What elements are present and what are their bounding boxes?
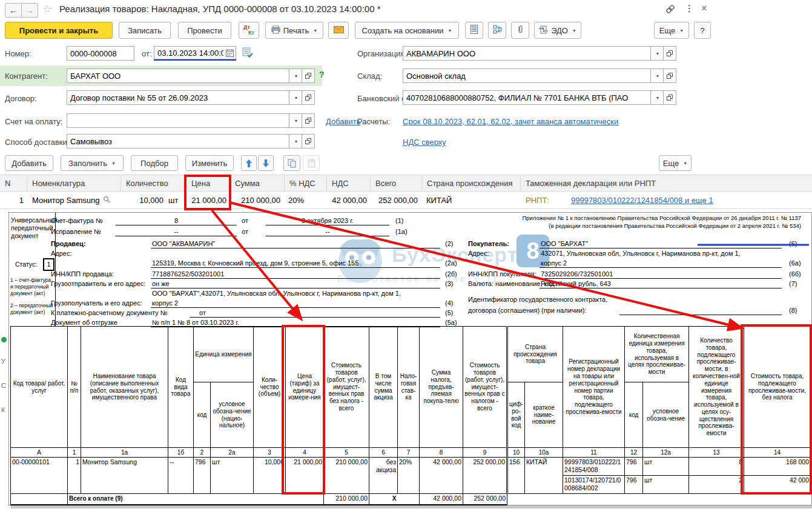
cell-n[interactable]: 1	[0, 192, 27, 208]
more-button[interactable]: Еще ▼	[654, 22, 689, 39]
lookup-magnifier-icon[interactable]	[103, 196, 110, 205]
col-header-vat-rate[interactable]: % НДС	[285, 175, 327, 191]
organization-dropdown-icon[interactable]: ▼	[651, 46, 664, 61]
cell-sum[interactable]: 210 000,00	[230, 192, 285, 208]
vat-mode-link[interactable]: НДС сверху	[403, 138, 446, 147]
col-header-total[interactable]: Всего	[371, 175, 422, 191]
upd-header-npp: № п/п	[68, 327, 81, 448]
col-header-qty[interactable]: Количество	[121, 175, 186, 191]
attachments-button[interactable]	[511, 22, 529, 39]
help-button[interactable]: ?	[694, 22, 711, 39]
bank-account-dropdown-icon[interactable]: ▼	[651, 90, 664, 105]
upd-header-trace-qty: Количество товара, подлежащего прослежив…	[689, 327, 744, 448]
invoice-date-value: 3 октября 2023 г.	[266, 217, 389, 225]
cell-total[interactable]: 252 000,00	[371, 192, 422, 208]
organization-input[interactable]: АКВАМАРИН ООО	[403, 46, 651, 61]
dt-kt-button[interactable]: Дт Кт	[239, 22, 259, 39]
delivery-open-icon[interactable]	[302, 134, 315, 148]
get-link-icon[interactable]	[665, 4, 676, 17]
document-structure-button[interactable]	[488, 22, 506, 39]
nav-history-group: ← →	[5, 3, 38, 18]
bank-account-input[interactable]: 40702810688000880752, ФИЛИАЛ № 7701 БАНК…	[403, 90, 651, 105]
cell-vat[interactable]: 42 000,00	[327, 192, 371, 208]
col-header-customs[interactable]: Таможенная декларация или РНПТ	[521, 175, 812, 191]
cell-customs[interactable]: РНПТ: 99997803/010222/1241854/008 и еще …	[521, 192, 812, 208]
buyer-value: ООО "БАРХАТ"	[540, 240, 782, 248]
save-button[interactable]: Записать	[119, 22, 171, 39]
nomenclature-value: Монитор Samsung	[32, 196, 99, 205]
create-based-on-button[interactable]: Создать на основании ▼	[355, 22, 459, 39]
cell-vat-rate[interactable]: 20%	[285, 192, 327, 208]
upd-header-country-code: циф-ро-вой код	[507, 382, 525, 448]
print-button[interactable]: Печать ▼	[265, 22, 323, 39]
edo-button[interactable]: ЭДО ▼	[534, 22, 581, 39]
paste-rows-button[interactable]	[303, 155, 320, 171]
move-down-button[interactable]	[258, 155, 274, 171]
post-and-close-button[interactable]: Провести и закрыть	[5, 22, 113, 39]
send-email-button[interactable]	[328, 22, 349, 39]
col-header-price[interactable]: Цена	[186, 175, 230, 191]
payment-invoice-open-icon[interactable]	[302, 113, 315, 128]
window-menu-icon[interactable]: ⋮	[685, 3, 694, 14]
upd-cell-kind: --	[168, 458, 194, 494]
cell-qty[interactable]: 10,000 шт	[121, 192, 186, 208]
payment-invoice-dropdown-icon[interactable]: ▼	[289, 113, 302, 128]
forward-button[interactable]: →	[22, 3, 38, 18]
items-more-button[interactable]: Еще▼	[659, 155, 692, 171]
col-header-country[interactable]: Страна происхождения	[422, 175, 521, 191]
items-table-row[interactable]: 1 Монитор Samsung 10,000 шт 21 000,00 21…	[0, 192, 812, 209]
preview-shadow	[11, 505, 812, 508]
col-header-sum[interactable]: Сумма	[230, 175, 285, 191]
date-input[interactable]: 03.10.2023 14:00:00	[154, 46, 223, 59]
back-button[interactable]: ←	[5, 3, 22, 18]
report-icon	[470, 25, 478, 36]
number-label: Номер:	[5, 49, 31, 58]
rnpt-link[interactable]: 99997803/010222/1241854/008 и еще 1	[571, 196, 713, 205]
cell-nomenclature[interactable]: Монитор Samsung	[27, 192, 121, 208]
col-header-nomenclature[interactable]: Номенклатура	[27, 175, 121, 191]
set-time-icon[interactable]	[242, 47, 253, 60]
delivery-dropdown-icon[interactable]: ▼	[289, 134, 302, 148]
calendar-icon[interactable]	[223, 46, 236, 59]
col-header-vat[interactable]: НДС	[327, 175, 371, 191]
number-input[interactable]: 0000-000008	[67, 46, 134, 61]
favorite-star-icon[interactable]: ☆	[42, 2, 52, 16]
counterparty-input[interactable]: БАРХАТ ООО	[67, 68, 289, 83]
number-field-group: 0000-000008	[67, 46, 134, 61]
pick-button[interactable]: Подбор	[131, 155, 178, 171]
delivery-input[interactable]: Самовывоз	[67, 134, 289, 148]
organization-open-icon[interactable]	[664, 46, 676, 61]
warehouse-open-icon[interactable]	[664, 68, 676, 83]
cell-country[interactable]: КИТАЙ	[422, 192, 521, 208]
copy-rows-button[interactable]	[283, 155, 300, 171]
settlements-link[interactable]: Срок 08.10.2023, 62.01, 62.02, зачет ава…	[403, 117, 618, 126]
reports-button[interactable]	[465, 22, 483, 39]
bank-account-open-icon[interactable]	[664, 90, 676, 105]
payment-invoice-input[interactable]	[67, 113, 289, 128]
warehouse-dropdown-icon[interactable]: ▼	[651, 68, 664, 83]
contract-open-icon[interactable]	[302, 90, 315, 105]
colnum-8: 8	[420, 448, 463, 458]
counterparty-dropdown-icon[interactable]: ▼	[289, 68, 302, 83]
add-row-button[interactable]: Добавить	[5, 155, 53, 171]
post-button[interactable]: Провести	[178, 22, 231, 39]
cell-price[interactable]: 21 000,00	[186, 192, 230, 208]
warehouse-input[interactable]: Основной склад	[403, 68, 651, 83]
col-header-n[interactable]: N	[0, 175, 27, 191]
counterparty-hint-icon[interactable]: ?	[319, 70, 325, 79]
upd-cell-price: 21 000,00	[286, 458, 324, 494]
doc-type-label: Универсальный передаточный документ	[11, 216, 53, 239]
upd-header-code: Код товара/ работ, услуг	[11, 327, 68, 448]
contract-dropdown-icon[interactable]: ▼	[289, 90, 302, 105]
payment-invoice-field-group: ▼	[67, 113, 315, 128]
invoice-number-value: 8	[116, 217, 237, 225]
upd-cell-trace-qty-1: 8	[689, 458, 744, 476]
contract-input[interactable]: Договор поставки № 55 от 26.09.2023	[67, 90, 289, 105]
close-icon[interactable]: ×	[701, 3, 707, 14]
counterparty-open-icon[interactable]	[302, 68, 315, 83]
edit-button[interactable]: Изменить	[185, 155, 234, 171]
move-up-button[interactable]	[241, 155, 257, 171]
paperclip-icon	[517, 25, 524, 36]
add-invoice-link[interactable]: Добавить	[326, 117, 360, 126]
fill-button[interactable]: Заполнить▼	[61, 155, 124, 171]
